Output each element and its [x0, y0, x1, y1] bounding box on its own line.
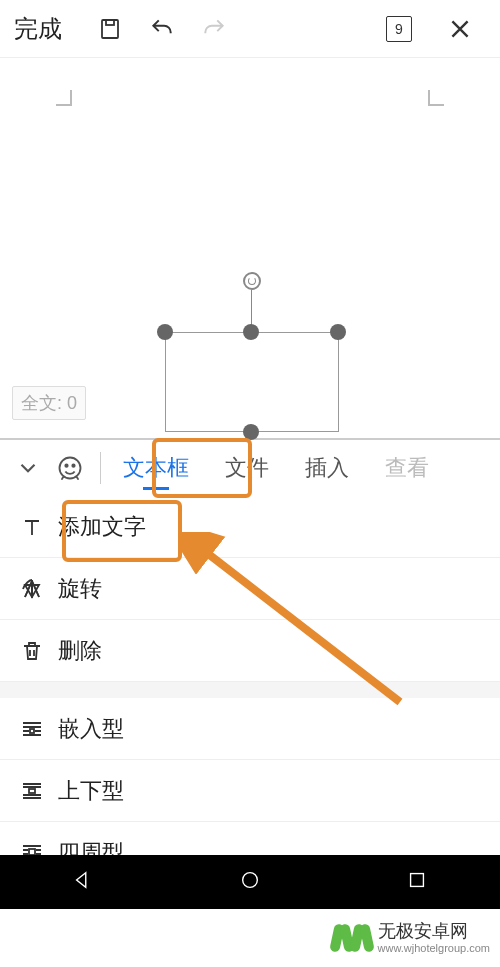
tab-view[interactable]: 查看: [367, 440, 447, 496]
undo-icon[interactable]: [142, 9, 182, 49]
tab-bar: 文本框 文件 插入 查看: [0, 438, 500, 496]
crop-corner-tr: [428, 90, 444, 106]
top-toolbar: 完成 9: [0, 0, 500, 58]
word-count-label: 全文: 0: [12, 386, 86, 420]
svg-rect-0: [102, 20, 118, 38]
page-count-badge[interactable]: 9: [386, 16, 412, 42]
menu-wrap-topbottom[interactable]: 上下型: [0, 760, 500, 822]
document-canvas[interactable]: 全文: 0: [0, 58, 500, 438]
text-icon: [20, 515, 58, 539]
nav-recent[interactable]: [406, 869, 428, 895]
tab-textbox[interactable]: 文本框: [105, 440, 207, 496]
wrap-inline-icon: [20, 717, 58, 741]
close-icon[interactable]: [440, 9, 480, 49]
svg-rect-6: [30, 729, 34, 733]
assistant-icon[interactable]: [48, 454, 92, 482]
redo-icon: [194, 9, 234, 49]
watermark-logo: [332, 918, 372, 958]
done-button[interactable]: 完成: [14, 13, 62, 45]
nav-back[interactable]: [72, 869, 94, 895]
handle-nw[interactable]: [157, 324, 173, 340]
delete-icon: [20, 639, 58, 663]
svg-point-3: [65, 465, 67, 467]
handle-s[interactable]: [243, 424, 259, 440]
tab-insert[interactable]: 插入: [287, 440, 367, 496]
annotation-arrow: [180, 532, 410, 722]
svg-line-5: [198, 546, 400, 702]
svg-rect-1: [106, 20, 114, 25]
tab-file[interactable]: 文件: [207, 440, 287, 496]
wrap-topbottom-icon: [20, 779, 58, 803]
rotate-handle[interactable]: [243, 272, 261, 290]
save-icon[interactable]: [90, 9, 130, 49]
svg-point-2: [60, 458, 81, 479]
nav-home[interactable]: [239, 869, 261, 895]
collapse-icon[interactable]: [8, 455, 48, 481]
svg-rect-8: [29, 849, 35, 855]
svg-rect-7: [29, 789, 35, 793]
svg-rect-10: [410, 874, 423, 887]
selection-box[interactable]: [165, 332, 339, 432]
android-nav-bar: [0, 855, 500, 909]
handle-n[interactable]: [243, 324, 259, 340]
svg-point-9: [243, 873, 258, 888]
svg-point-4: [72, 465, 74, 467]
watermark: 无极安卓网 www.wjhotelgroup.com: [332, 909, 501, 967]
rotate-icon: [20, 577, 58, 601]
crop-corner-tl: [56, 90, 72, 106]
handle-ne[interactable]: [330, 324, 346, 340]
